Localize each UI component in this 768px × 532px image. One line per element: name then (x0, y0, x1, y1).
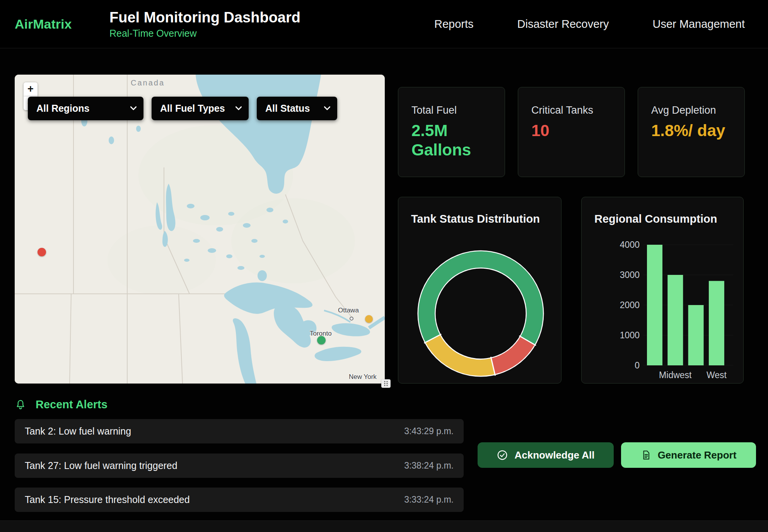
acknowledge-all-button[interactable]: Acknowledge All (478, 442, 614, 468)
svg-text:1000: 1000 (620, 330, 640, 340)
fuel-type-filter-select[interactable]: All Fuel Types (152, 97, 249, 120)
stat-value-avg-depletion: 1.8%/ day (651, 121, 731, 140)
nav-user-management[interactable]: User Management (652, 18, 745, 31)
page-subtitle: Real-Time Overview (109, 27, 300, 39)
svg-text:Midwest: Midwest (659, 370, 692, 380)
alerts-heading-text: Recent Alerts (36, 398, 108, 411)
stat-value-critical-tanks: 10 (531, 121, 611, 140)
map-filters: All Regions All Fuel Types All Status (28, 97, 337, 120)
header: AirMatrix Fuel Monitoring Dashboard Real… (0, 0, 768, 48)
main-nav: Reports Disaster Recovery User Managemen… (434, 18, 745, 31)
map-marker-warning[interactable] (365, 315, 373, 323)
nav-reports[interactable]: Reports (434, 18, 474, 31)
regional-consumption-bar-chart: 01000200030004000MidwestWest (582, 197, 744, 384)
svg-text:West: West (707, 370, 727, 380)
tank-status-chart-card: Tank Status Distribution (398, 197, 561, 384)
stat-label: Critical Tanks (531, 104, 611, 116)
stat-card-total-fuel: Total Fuel 2.5M Gallons (398, 87, 505, 177)
status-filter-value: All Status (265, 103, 310, 114)
map-resize-handle[interactable] (381, 379, 391, 388)
brand-logo[interactable]: AirMatrix (15, 17, 72, 32)
stat-value-total-fuel: 2.5M Gallons (411, 121, 492, 160)
alert-timestamp: 3:33:24 p.m. (404, 494, 454, 505)
status-filter-select[interactable]: All Status (257, 97, 337, 120)
map-label-new-york: New York (349, 373, 377, 381)
stats-row: Total Fuel 2.5M Gallons Critical Tanks 1… (398, 87, 745, 177)
page-title: Fuel Monitoring Dashboard (109, 9, 300, 26)
tank-status-donut-chart (415, 248, 546, 379)
svg-text:2000: 2000 (620, 300, 640, 310)
map-marker-normal[interactable] (317, 336, 326, 344)
footer-strip (0, 520, 768, 532)
alert-row[interactable]: Tank 27: Low fuel warning triggered 3:38… (15, 454, 464, 478)
stat-label: Avg Depletion (651, 104, 731, 116)
svg-text:0: 0 (635, 360, 640, 370)
chevron-down-icon (130, 106, 137, 111)
svg-text:4000: 4000 (620, 240, 640, 250)
alerts-heading: Recent Alerts (15, 398, 108, 411)
zoom-in-button[interactable]: + (24, 82, 38, 96)
button-label: Generate Report (658, 449, 737, 461)
check-circle-icon (497, 449, 508, 461)
stat-card-critical-tanks: Critical Tanks 10 (518, 87, 625, 177)
map-label-ottawa: Ottawa (338, 307, 359, 314)
region-filter-value: All Regions (36, 103, 90, 114)
alert-message: Tank 27: Low fuel warning triggered (25, 460, 177, 471)
region-filter-select[interactable]: All Regions (28, 97, 143, 120)
bell-icon (15, 399, 26, 411)
drag-dots-icon (383, 380, 389, 387)
alert-message: Tank 15: Pressure threshold exceeded (25, 494, 190, 505)
ottawa-city-dot (350, 317, 353, 321)
fuel-type-filter-value: All Fuel Types (160, 103, 225, 114)
regional-consumption-chart-card: Regional Consumption 01000200030004000Mi… (581, 197, 744, 384)
alert-row[interactable]: Tank 2: Low fuel warning 3:43:29 p.m. (15, 419, 464, 443)
generate-report-button[interactable]: Generate Report (621, 442, 756, 468)
map-marker-critical[interactable] (38, 248, 46, 256)
chevron-down-icon (236, 106, 242, 111)
map-label-canada: Canada (131, 78, 165, 87)
chart-title: Tank Status Distribution (411, 213, 540, 225)
alert-message: Tank 2: Low fuel warning (25, 426, 131, 437)
alert-timestamp: 3:38:24 p.m. (404, 460, 454, 471)
stat-card-avg-depletion: Avg Depletion 1.8%/ day (638, 87, 745, 177)
map-panel[interactable]: Canada Ottawa Toronto New York + − All R… (15, 75, 385, 384)
fuel-monitoring-dashboard: AirMatrix Fuel Monitoring Dashboard Real… (0, 0, 768, 532)
button-label: Acknowledge All (514, 449, 594, 461)
title-block: Fuel Monitoring Dashboard Real-Time Over… (109, 9, 300, 39)
chevron-down-icon (324, 106, 330, 111)
alert-row[interactable]: Tank 15: Pressure threshold exceeded 3:3… (15, 488, 464, 512)
alert-timestamp: 3:43:29 p.m. (404, 426, 454, 437)
nav-disaster-recovery[interactable]: Disaster Recovery (517, 18, 609, 31)
stat-label: Total Fuel (411, 104, 492, 116)
svg-text:3000: 3000 (620, 270, 640, 280)
document-icon (641, 450, 652, 460)
